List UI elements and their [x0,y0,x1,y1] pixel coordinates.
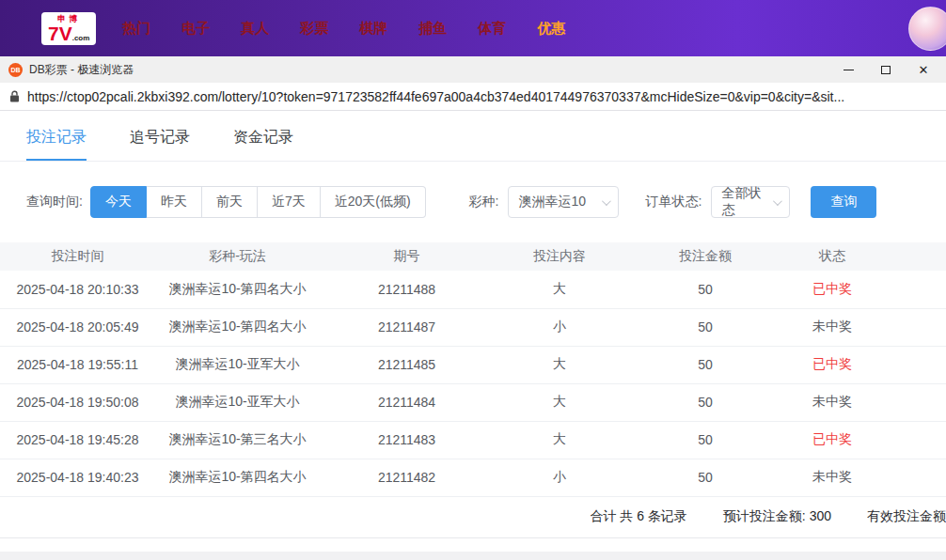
header-issue: 期号 [320,242,494,271]
nav-item-slots[interactable]: 电子 [181,20,210,38]
lock-icon [9,90,20,102]
maximize-icon [881,66,891,74]
summary-expected-amount: 预计投注金额: 300 [723,508,831,525]
site-topbar: 申博 7V.com 热门 电子 真人 彩票 棋牌 捕鱼 体育 优惠 [0,0,946,56]
cell-bet-time: 2025-04-18 20:10:33 [0,271,155,308]
cell-content: 大 [494,346,625,383]
cell-status: 已中奖 [785,346,879,383]
db-favicon: DB [8,63,23,77]
site-logo[interactable]: 申博 7V.com [41,12,96,45]
record-tabs: 投注记录 追号记录 资金记录 [0,111,946,162]
window-controls: ✕ [829,56,942,83]
minimize-button[interactable] [829,56,867,83]
page: 申博 7V.com 热门 电子 真人 彩票 棋牌 捕鱼 体育 优惠 DB DB彩… [0,0,946,560]
filter-bar: 查询时间: 今天 昨天 前天 近7天 近20天(低频) 彩种: 澳洲幸运10 订… [0,162,946,242]
cell-game: 澳洲幸运10-亚军大小 [155,383,320,421]
cell-status: 已中奖 [785,421,879,459]
cell-game: 澳洲幸运10-亚军大小 [155,346,320,383]
cell-amount: 50 [625,421,785,459]
cell-amount: 50 [625,346,785,383]
table-body: 2025-04-18 20:10:33 澳洲幸运10-第四名大小 2121148… [0,271,946,496]
cell-game: 澳洲幸运10-第四名大小 [155,308,320,346]
cell-amount: 50 [625,459,785,496]
cell-bet-time: 2025-04-18 20:05:49 [0,308,155,346]
cell-game: 澳洲幸运10-第四名大小 [155,271,320,308]
time-button-today[interactable]: 今天 [90,186,147,218]
cell-status: 已中奖 [785,271,879,308]
time-button-20days[interactable]: 近20天(低频) [321,186,426,218]
table-row: 2025-04-18 19:40:23 澳洲幸运10-第四名大小 2121148… [0,459,946,496]
cell-content: 大 [494,383,625,421]
close-icon: ✕ [919,64,929,76]
cell-status: 未中奖 [785,308,879,346]
nav-item-promo[interactable]: 优惠 [537,20,565,38]
table-row: 2025-04-18 19:50:08 澳洲幸运10-亚军大小 21211484… [0,383,946,421]
table-row: 2025-04-18 19:55:11 澳洲幸运10-亚军大小 21211485… [0,346,946,383]
lottery-select-value: 澳洲幸运10 [518,194,586,210]
header-content: 投注内容 [494,242,625,271]
nav-item-fishing[interactable]: 捕鱼 [418,20,447,38]
cell-game: 澳洲幸运10-第三名大小 [155,421,320,459]
summary-valid-amount: 有效投注金额 [867,508,946,525]
summary-bar: 合计 共 6 条记录 预计投注金额: 300 有效投注金额 [0,497,946,538]
close-button[interactable]: ✕ [905,56,942,83]
browser-titlebar: DB DB彩票 - 极速浏览器 ✕ [0,56,946,83]
cell-status: 未中奖 [785,383,879,421]
user-avatar[interactable] [908,7,946,51]
cell-issue: 21211483 [320,421,494,459]
maximize-button[interactable] [867,56,905,83]
cell-issue: 21211485 [320,346,494,383]
bet-records-table: 投注时间 彩种-玩法 期号 投注内容 投注金额 状态 2025-04-18 20… [0,242,946,497]
nav-item-cards[interactable]: 棋牌 [359,20,387,38]
cell-amount: 50 [625,308,785,346]
cell-issue: 21211482 [320,459,494,496]
status-filter-label: 订单状态: [645,194,702,210]
header-bet-time: 投注时间 [0,242,155,271]
lottery-select[interactable]: 澳洲幸运10 [508,186,619,218]
url-text[interactable]: https://ctop02pcali.2kbxi392.com/lottery… [27,89,844,104]
tab-chase-records[interactable]: 追号记录 [130,111,190,161]
table-row: 2025-04-18 20:10:33 澳洲幸运10-第四名大小 2121148… [0,271,946,308]
minimize-icon [844,70,854,70]
cell-issue: 21211484 [320,383,494,421]
nav-item-sports[interactable]: 体育 [478,20,506,38]
lottery-filter-label: 彩种: [469,194,499,210]
cell-content: 小 [494,459,625,496]
time-filter-label: 查询时间: [26,194,83,210]
summary-total: 合计 共 6 条记录 [590,508,686,525]
header-game: 彩种-玩法 [155,242,320,271]
cell-bet-time: 2025-04-18 19:50:08 [0,383,155,421]
nav-item-hot[interactable]: 热门 [122,20,150,38]
table-header: 投注时间 彩种-玩法 期号 投注内容 投注金额 状态 [0,242,946,271]
cell-content: 大 [494,271,625,308]
cell-bet-time: 2025-04-18 19:45:28 [0,421,155,459]
cell-issue: 21211487 [320,308,494,346]
search-button[interactable]: 查询 [811,186,876,218]
time-button-yesterday[interactable]: 昨天 [147,186,202,218]
cell-amount: 50 [625,271,785,308]
header-filler [879,242,946,271]
header-amount: 投注金额 [625,242,785,271]
header-status: 状态 [785,242,879,271]
time-filter-group: 今天 昨天 前天 近7天 近20天(低频) [90,186,426,218]
cell-game: 澳洲幸运10-第四名大小 [155,459,320,496]
cell-status: 未中奖 [785,459,879,496]
logo-suffix-text: .com [72,34,90,42]
cell-content: 小 [494,308,625,346]
tab-bet-records[interactable]: 投注记录 [26,111,87,161]
table-row: 2025-04-18 19:45:28 澳洲幸运10-第三名大小 2121148… [0,421,946,459]
cell-bet-time: 2025-04-18 19:55:11 [0,346,155,383]
chevron-down-icon [602,196,611,206]
table-row: 2025-04-18 20:05:49 澳洲幸运10-第四名大小 2121148… [0,308,946,346]
main-nav: 热门 电子 真人 彩票 棋牌 捕鱼 体育 优惠 [122,20,565,38]
nav-item-lottery[interactable]: 彩票 [300,20,328,38]
tab-fund-records[interactable]: 资金记录 [233,111,293,161]
nav-item-live[interactable]: 真人 [241,20,269,38]
cell-amount: 50 [625,383,785,421]
horizontal-scrollbar[interactable] [0,552,946,560]
status-select-value: 全部状态 [721,185,765,219]
order-status-select[interactable]: 全部状态 [711,186,790,218]
time-button-7days[interactable]: 近7天 [258,186,321,218]
time-button-daybefore[interactable]: 前天 [202,186,258,218]
address-bar: https://ctop02pcali.2kbxi392.com/lottery… [0,83,946,111]
